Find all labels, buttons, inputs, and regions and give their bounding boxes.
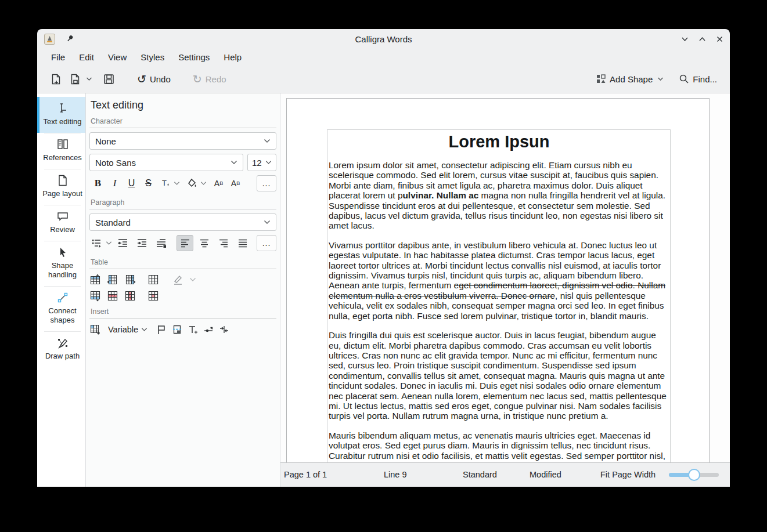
find-button[interactable]: Find... (675, 71, 721, 86)
bullet-list-icon (91, 238, 102, 248)
redo-label: Redo (206, 74, 226, 84)
sidebar-item-review[interactable]: Review (37, 205, 85, 241)
character-more-button[interactable]: ... (257, 175, 276, 191)
chevron-down-icon (231, 160, 237, 165)
find-label: Find... (693, 74, 717, 84)
font-size-combobox[interactable]: 12 (247, 154, 276, 171)
paragraph-3: Duis fringilla dui quis est scelerisque … (329, 330, 669, 421)
document-view[interactable]: Lorem Ipsun Lorem ipsum dolor sit amet, … (280, 93, 730, 462)
insert-bookmark-button[interactable] (156, 324, 167, 335)
list-style-chevron-icon[interactable] (106, 241, 112, 245)
delete-cell-button[interactable] (147, 290, 159, 302)
border-pen-button[interactable] (172, 274, 183, 285)
font-family-combobox[interactable]: Noto Sans (89, 154, 243, 171)
character-style-combobox[interactable]: None (89, 132, 276, 150)
menu-help[interactable]: Help (217, 50, 249, 64)
add-shape-button[interactable]: Add Shape (592, 71, 667, 86)
sidebar-item-label: Page layout (42, 189, 82, 198)
sidebar-item-references[interactable]: References (37, 133, 85, 169)
paragraph-1: Lorem ipsum dolor sit amet, consectetur … (329, 160, 669, 231)
sidebar-item-text-editing[interactable]: Text editing (37, 97, 85, 133)
align-justify-icon (237, 238, 248, 248)
text-color-button[interactable]: T (157, 175, 174, 191)
insert-page-break-button[interactable] (172, 324, 182, 335)
insert-column-left-button[interactable] (107, 274, 118, 285)
zoom-slider[interactable] (669, 473, 719, 477)
tool-sidebar: Text editing References Page layout (37, 93, 86, 487)
superscript-base: A (214, 179, 219, 188)
italic-button[interactable]: I (106, 175, 123, 191)
sidebar-item-label: Draw path (45, 352, 80, 360)
merge-cells-button[interactable] (147, 274, 159, 285)
bookmark-flag-icon (156, 324, 167, 335)
border-pen-chevron-icon[interactable] (189, 277, 196, 282)
save-button[interactable] (99, 71, 118, 88)
zoom-slider-handle[interactable] (688, 469, 700, 481)
insert-row-below-button[interactable] (89, 290, 101, 302)
insert-table-button[interactable] (89, 324, 100, 335)
undo-icon: ↺ (137, 74, 146, 85)
align-center-button[interactable] (196, 235, 213, 251)
svg-text:T: T (162, 179, 167, 187)
paragraph-more-button[interactable]: ... (257, 235, 276, 251)
status-page-info: Page 1 of 1 (284, 470, 327, 479)
open-document-button[interactable] (66, 71, 96, 88)
menu-settings[interactable]: Settings (171, 50, 217, 64)
document-page[interactable]: Lorem Ipsun Lorem ipsum dolor sit amet, … (286, 98, 710, 462)
maximize-button[interactable] (697, 34, 707, 44)
delete-column-button[interactable] (124, 290, 136, 302)
underline-button[interactable]: U (123, 175, 140, 191)
menu-styles[interactable]: Styles (134, 50, 171, 64)
delete-row-button[interactable] (107, 290, 118, 302)
undo-button[interactable]: ↺ Undo (134, 71, 174, 87)
sidebar-item-label: Review (50, 225, 75, 234)
align-left-button[interactable] (177, 235, 193, 251)
insert-special-character-button[interactable] (219, 324, 229, 335)
new-document-button[interactable] (46, 71, 66, 88)
status-zoom-mode[interactable]: Fit Page Width (600, 470, 656, 479)
text-color-chevron-icon[interactable] (174, 181, 180, 186)
insert-table-icon (89, 324, 100, 335)
highlight-chevron-icon[interactable] (200, 181, 207, 186)
increase-indent-button[interactable] (134, 235, 150, 251)
paragraph-style-combobox[interactable]: Standard (89, 213, 276, 231)
status-style-info[interactable]: Standard (463, 470, 497, 479)
menu-view[interactable]: View (101, 50, 134, 64)
list-style-button[interactable] (89, 235, 103, 251)
align-justify-button[interactable] (234, 235, 251, 251)
minimize-button[interactable] (680, 34, 689, 44)
insert-row-above-button[interactable] (89, 274, 101, 285)
sidebar-item-draw-path[interactable]: Draw path (37, 331, 85, 367)
subscript-button[interactable]: AB (227, 175, 244, 191)
close-button[interactable] (715, 34, 724, 44)
increase-indent-icon (136, 238, 147, 248)
paragraph-indent-button[interactable] (153, 235, 170, 251)
redo-button[interactable]: ↻ Redo (189, 71, 230, 87)
sidebar-item-connect-shapes[interactable]: Connect shapes (37, 286, 85, 331)
insert-column-right-button[interactable] (124, 274, 136, 285)
variable-dropdown[interactable]: Variable (108, 325, 147, 334)
delete-row-icon (107, 290, 118, 302)
tool-options-panel: Text editing Character None Noto Sans 12 (86, 93, 280, 487)
title-bar[interactable]: Calligra Words (37, 29, 730, 49)
insert-text-button[interactable] (188, 324, 198, 335)
superscript-button[interactable]: AB (210, 175, 227, 191)
menu-edit[interactable]: Edit (72, 50, 101, 64)
menu-file[interactable]: File (44, 50, 72, 64)
variable-label: Variable (108, 325, 138, 334)
app-window: Calligra Words File Edit View Styles Set… (37, 29, 730, 487)
sidebar-item-shape-handling[interactable]: Shape handling (37, 241, 85, 286)
add-shape-chevron-icon (657, 77, 664, 81)
p1-bold-run: ulvinar. Nullam ac (402, 190, 478, 200)
text-frame[interactable]: Lorem Ipsun Lorem ipsum dolor sit amet, … (327, 129, 671, 462)
strikethrough-button[interactable]: S (140, 175, 157, 191)
sidebar-item-page-layout[interactable]: Page layout (37, 169, 85, 205)
sidebar-item-label: Connect shapes (48, 306, 76, 324)
highlight-color-button[interactable] (183, 175, 200, 191)
decrease-indent-button[interactable] (114, 235, 131, 251)
insert-variable-field-button[interactable] (203, 324, 214, 335)
section-insert-label: Insert (89, 307, 276, 319)
merge-cells-icon (147, 274, 159, 285)
bold-button[interactable]: B (89, 175, 106, 191)
align-right-button[interactable] (215, 235, 232, 251)
